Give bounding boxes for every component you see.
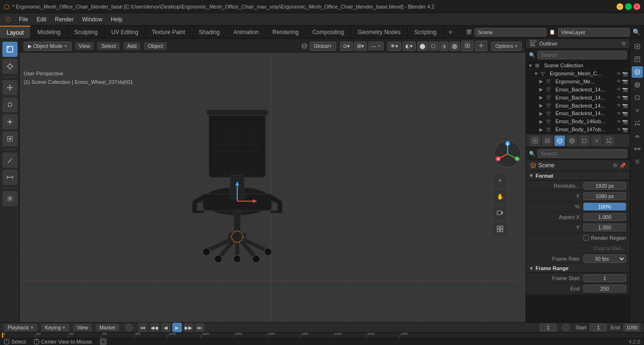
camera-icon-2[interactable]: 📷 [622,87,628,92]
tab-modeling[interactable]: Modeling [31,26,68,38]
solid-shading[interactable]: ⬤ [417,42,428,51]
eye-icon-7[interactable]: 👁 [617,127,621,132]
tab-geometry-nodes[interactable]: Geometry Nodes [351,26,408,38]
step-forward-button[interactable]: ▶▶ [184,323,193,332]
modifier-props-btn[interactable] [591,136,602,146]
camera-icon-6[interactable]: 📷 [622,119,628,124]
transform-tool[interactable] [2,131,18,146]
3d-scene[interactable]: User Perspective (1) Scene Collection | … [20,53,526,322]
current-frame-input[interactable] [540,324,556,331]
world-props-btn[interactable] [567,136,577,146]
viewport-view-menu[interactable]: View [75,42,94,50]
properties-search-input[interactable] [537,149,627,158]
menu-file[interactable]: File [15,15,32,24]
zoom-in-nav[interactable]: + [493,174,507,187]
speed-control[interactable] [562,324,570,331]
scene-properties-icon[interactable] [632,66,643,78]
tab-sculpting[interactable]: Sculpting [68,26,105,38]
camera-view-nav[interactable] [493,206,507,219]
select-box-tool[interactable] [2,42,18,57]
keying-menu[interactable]: Keying ▾ [41,324,70,332]
frame-rate-select[interactable]: 30 fps 24 fps 60 fps [583,254,626,263]
cursor-tool[interactable] [2,59,18,74]
menu-window[interactable]: Window [78,15,106,24]
tab-rendering[interactable]: Rendering [266,26,305,38]
render-properties-icon[interactable] [632,41,643,52]
overlay-btn[interactable] [461,41,474,51]
camera-icon-4[interactable]: 📷 [622,103,628,108]
constraints-properties-icon[interactable] [632,143,643,154]
particles-properties-icon[interactable] [632,118,643,129]
scene-props-btn[interactable] [555,136,565,146]
eye-icon-1[interactable]: 👁 [617,79,621,84]
format-menu-icon[interactable]: ⋮⋮ [617,172,627,179]
view-menu-timeline[interactable]: View [73,324,92,331]
frame-start-input[interactable] [583,274,626,282]
global-transform-dropdown[interactable]: Global▾ [310,42,336,51]
eye-icon-4[interactable]: 👁 [617,103,621,108]
resolution-pct-display[interactable]: 100% [583,203,626,210]
transform-orientation-btn[interactable]: — ~ [368,42,384,50]
wireframe-shading[interactable]: ⬡ [429,42,438,51]
eye-icon-6[interactable]: 👁 [617,119,621,124]
add-object-tool[interactable] [2,191,18,206]
tree-item-5[interactable]: ▶ ▽ Emoc_Backrest_14... 👁 📷 [526,109,630,118]
camera-icon-0[interactable]: 📷 [622,71,628,76]
start-frame-input[interactable] [590,324,607,331]
particles-props-btn[interactable] [604,136,614,146]
eye-icon-0[interactable]: 👁 [617,71,621,76]
tree-item-4[interactable]: ▶ ▽ Emoc_Backrest_14... 👁 📷 [526,102,630,110]
orientation-gizmo[interactable]: Z Y X [493,140,522,168]
minimize-button[interactable]: – [617,3,623,10]
eye-icon-5[interactable]: 👁 [617,111,621,116]
render-props-btn[interactable] [530,136,540,146]
tab-uv-editing[interactable]: UV Editing [105,26,145,38]
annotate-tool[interactable] [2,153,18,168]
scene-collection-root[interactable]: ▼ ⊞ Scene Collection [526,62,630,70]
render-region-checkbox[interactable] [583,235,589,241]
gizmo-btn[interactable] [475,41,487,51]
render-shading[interactable]: ⬤ [449,42,460,51]
play-reverse-button[interactable]: ◀ [161,323,170,332]
eye-icon-2[interactable]: 👁 [617,87,621,92]
viewport-3d[interactable]: ▶ Object Mode ▾ View Select Add Object G… [20,39,526,322]
tree-item-6[interactable]: ▶ ▽ Emoc_Body_146ob... 👁 📷 [526,118,630,126]
search-icon[interactable]: 🔍 [633,28,640,36]
menu-edit[interactable]: Edit [33,15,50,24]
physics-properties-icon[interactable] [632,130,643,142]
output-props-btn[interactable] [542,136,553,146]
pin-icon[interactable]: 📌 [619,163,626,169]
tab-scripting[interactable]: Scripting [408,26,444,38]
frame-end-input[interactable] [583,285,626,292]
viewport-object-menu[interactable]: Object [144,42,167,50]
outliner-search-input[interactable] [537,51,627,59]
viewport-add-menu[interactable]: Add [124,42,141,50]
camera-icon-1[interactable]: 📷 [622,79,628,84]
viewport-select-menu[interactable]: Select [98,42,120,50]
resolution-x-input[interactable] [583,182,626,190]
scene-settings-icon[interactable]: ⚙ [613,163,617,169]
tab-texture-paint[interactable]: Texture Paint [145,26,192,38]
add-workspace-button[interactable]: + [444,26,457,38]
object-mode-selector[interactable]: ▶ Object Mode ▾ [24,42,72,51]
scale-tool[interactable] [2,114,18,129]
marker-menu[interactable]: Marker [96,324,119,331]
tree-item-7[interactable]: ▶ ▽ Emoc_Body_147ob... 👁 📷 [526,126,630,134]
tree-item-0[interactable]: ▼ ▽ Ergonomic_Mesh_C... 👁 📷 [526,70,630,78]
pan-nav[interactable]: ✋ [493,190,507,203]
end-frame-input[interactable] [624,324,640,331]
grid-view-nav[interactable] [493,222,507,236]
material-shading[interactable]: ◑ [439,42,448,51]
camera-icon-3[interactable]: 📷 [622,95,628,100]
maximize-button[interactable]: □ [625,3,632,10]
tab-shading[interactable]: Shading [192,26,227,38]
measure-tool[interactable] [2,170,18,185]
tab-animation[interactable]: Animation [227,26,266,38]
tree-item-3[interactable]: ▶ ▽ Emoc_Backrest_14... 👁 📷 [526,94,630,102]
resolution-y-input[interactable] [583,192,626,200]
jump-to-end-button[interactable]: ⏭ [195,323,205,332]
data-properties-icon[interactable] [632,156,643,167]
shading-mode-btn[interactable]: 👁▾ [387,42,401,51]
view-layer-selector[interactable] [558,28,630,36]
tab-compositing[interactable]: Compositing [306,26,351,38]
